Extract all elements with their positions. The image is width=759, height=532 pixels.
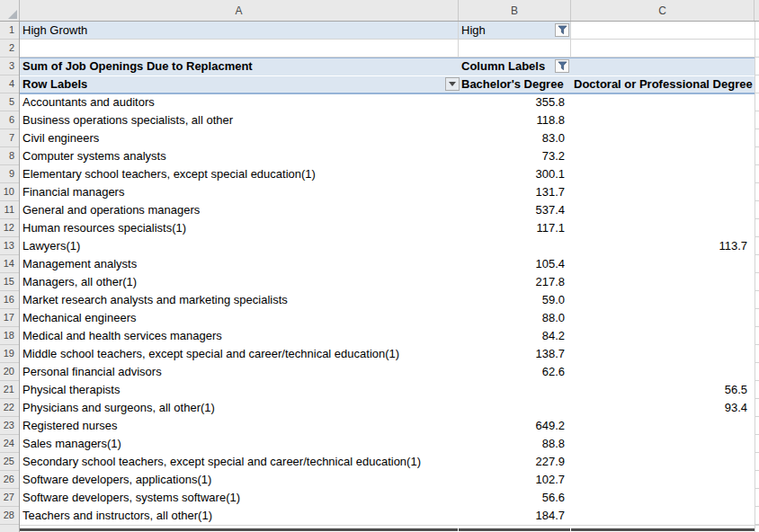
- doctoral-value-cell[interactable]: 113.7: [571, 237, 751, 255]
- row-header-9[interactable]: 9: [0, 165, 19, 183]
- table-row: Registered nurses 649.2: [20, 417, 759, 435]
- bachelors-value-cell[interactable]: 537.4: [459, 201, 565, 219]
- bachelors-value-cell[interactable]: 355.8: [459, 93, 565, 111]
- row-header-13[interactable]: 13: [0, 237, 19, 255]
- row-header-7[interactable]: 7: [0, 129, 19, 147]
- row-header-24[interactable]: 24: [0, 435, 19, 453]
- column-labels-caption-cell[interactable]: Column Labels: [461, 58, 545, 75]
- row-header-17[interactable]: 17: [0, 309, 19, 327]
- table-row: Computer systems analysts 73.2: [20, 147, 759, 165]
- row-header-14[interactable]: 14: [0, 255, 19, 273]
- row-header-16[interactable]: 16: [0, 291, 19, 309]
- bachelors-value-cell[interactable]: 105.4: [459, 255, 565, 273]
- bachelors-value-cell[interactable]: 56.6: [459, 489, 565, 507]
- bachelors-value-cell[interactable]: 300.1: [459, 165, 565, 183]
- row-header-18[interactable]: 18: [0, 327, 19, 345]
- bachelors-value-cell[interactable]: 88.8: [459, 435, 565, 453]
- row-header-28[interactable]: 28: [0, 507, 19, 525]
- occupation-cell[interactable]: Medical and health services managers: [22, 327, 454, 345]
- bachelors-value-cell[interactable]: 59.0: [459, 291, 565, 309]
- cell-b1-filter-value[interactable]: High: [461, 22, 486, 40]
- occupation-cell[interactable]: Elementary school teachers, except speci…: [22, 165, 454, 183]
- row-header-11[interactable]: 11: [0, 201, 19, 219]
- bachelors-value-cell[interactable]: 84.2: [459, 327, 565, 345]
- row-header-1[interactable]: 1: [0, 22, 19, 40]
- occupation-cell[interactable]: Teachers and instructors, all other(1): [22, 507, 454, 525]
- column-header-c[interactable]: C: [571, 0, 755, 21]
- occupation-cell[interactable]: Civil engineers: [22, 129, 454, 147]
- occupation-cell[interactable]: Managers, all other(1): [22, 273, 454, 291]
- occupation-cell[interactable]: Accountants and auditors: [22, 93, 454, 111]
- bachelors-value-cell[interactable]: 62.6: [459, 363, 565, 381]
- column-labels-filter-button[interactable]: [555, 59, 569, 73]
- occupation-cell[interactable]: Physicians and surgeons, all other(1): [22, 399, 454, 417]
- occupation-cell[interactable]: Mechanical engineers: [22, 309, 454, 327]
- occupation-cell[interactable]: Middle school teachers, except special a…: [22, 345, 454, 363]
- row-header-3[interactable]: 3: [0, 58, 19, 75]
- row-header-12[interactable]: 12: [0, 219, 19, 237]
- table-row: Management analysts 105.4: [20, 255, 759, 273]
- column-header-a[interactable]: A: [20, 0, 459, 21]
- row-header-6[interactable]: 6: [0, 111, 19, 129]
- row-header-5[interactable]: 5: [0, 93, 19, 111]
- bachelors-value-cell[interactable]: 131.7: [459, 183, 565, 201]
- row-header-4[interactable]: 4: [0, 75, 19, 93]
- report-filter-button[interactable]: [555, 23, 569, 37]
- table-row: Human resources specialists(1) 117.1: [20, 219, 759, 237]
- bachelors-value-cell[interactable]: 227.9: [459, 453, 565, 471]
- occupation-cell[interactable]: Sales managers(1): [22, 435, 454, 453]
- bachelors-value-cell[interactable]: 102.7: [459, 471, 565, 489]
- occupation-cell[interactable]: Registered nurses: [22, 417, 454, 435]
- row-labels-caption-cell[interactable]: Row Labels: [22, 75, 87, 93]
- row-header-26[interactable]: 26: [0, 471, 19, 489]
- row-header-27[interactable]: 27: [0, 489, 19, 507]
- doctoral-value-cell[interactable]: 93.4: [571, 399, 751, 417]
- col-header-doctoral-cell[interactable]: Doctoral or Professional Degree: [574, 75, 753, 93]
- row-header-22[interactable]: 22: [0, 399, 19, 417]
- bachelors-value-cell[interactable]: 118.8: [459, 111, 565, 129]
- row-header-21[interactable]: 21: [0, 381, 19, 399]
- bachelors-value-cell[interactable]: 138.7: [459, 345, 565, 363]
- bachelors-value-cell[interactable]: 649.2: [459, 417, 565, 435]
- occupation-cell[interactable]: Management analysts: [22, 255, 454, 273]
- doctoral-value-cell[interactable]: 56.5: [571, 381, 751, 399]
- table-row: Medical and health services managers 84.…: [20, 327, 759, 345]
- column-header-b[interactable]: B: [459, 0, 571, 21]
- bachelors-value-cell[interactable]: 88.0: [459, 309, 565, 327]
- row-header-10[interactable]: 10: [0, 183, 19, 201]
- row-header-2[interactable]: 2: [0, 40, 19, 58]
- occupation-cell[interactable]: Software developers, applications(1): [22, 471, 454, 489]
- occupation-cell[interactable]: General and operations managers: [22, 201, 454, 219]
- bachelors-value-cell[interactable]: 217.8: [459, 273, 565, 291]
- bachelors-value-cell[interactable]: 117.1: [459, 219, 565, 237]
- occupation-cell[interactable]: Computer systems analysts: [22, 147, 454, 165]
- row-header-25[interactable]: 25: [0, 453, 19, 471]
- occupation-cell[interactable]: Software developers, systems software(1): [22, 489, 454, 507]
- occupation-cell[interactable]: Personal financial advisors: [22, 363, 454, 381]
- select-all-corner[interactable]: [0, 0, 20, 21]
- col-header-bachelors-cell[interactable]: Bachelor's Degree: [461, 75, 564, 93]
- row-header-20[interactable]: 20: [0, 363, 19, 381]
- cell-a1-filter-name[interactable]: High Growth: [22, 22, 87, 40]
- bachelors-value-cell[interactable]: 83.0: [459, 129, 565, 147]
- table-row: Elementary school teachers, except speci…: [20, 165, 759, 183]
- table-row: Software developers, applications(1) 102…: [20, 471, 759, 489]
- table-row: General and operations managers 537.4: [20, 201, 759, 219]
- occupation-cell[interactable]: Financial managers: [22, 183, 454, 201]
- row-header-23[interactable]: 23: [0, 417, 19, 435]
- bachelors-value-cell[interactable]: 184.7: [459, 507, 565, 525]
- table-row: Managers, all other(1) 217.8: [20, 273, 759, 291]
- row-labels-dropdown-button[interactable]: [445, 77, 460, 91]
- bachelors-value-cell[interactable]: 73.2: [459, 147, 565, 165]
- occupation-cell[interactable]: Secondary school teachers, except specia…: [22, 453, 454, 471]
- row-header-8[interactable]: 8: [0, 147, 19, 165]
- row-header-19[interactable]: 19: [0, 345, 19, 363]
- occupation-cell[interactable]: Physical therapists: [22, 381, 454, 399]
- row-header-15[interactable]: 15: [0, 273, 19, 291]
- occupation-cell[interactable]: Lawyers(1): [22, 237, 454, 255]
- gridline: [20, 525, 759, 526]
- pivot-title-cell[interactable]: Sum of Job Openings Due to Replacment: [22, 58, 253, 75]
- occupation-cell[interactable]: Human resources specialists(1): [22, 219, 454, 237]
- occupation-cell[interactable]: Market research analysts and marketing s…: [22, 291, 454, 309]
- occupation-cell[interactable]: Business operations specialists, all oth…: [22, 111, 454, 129]
